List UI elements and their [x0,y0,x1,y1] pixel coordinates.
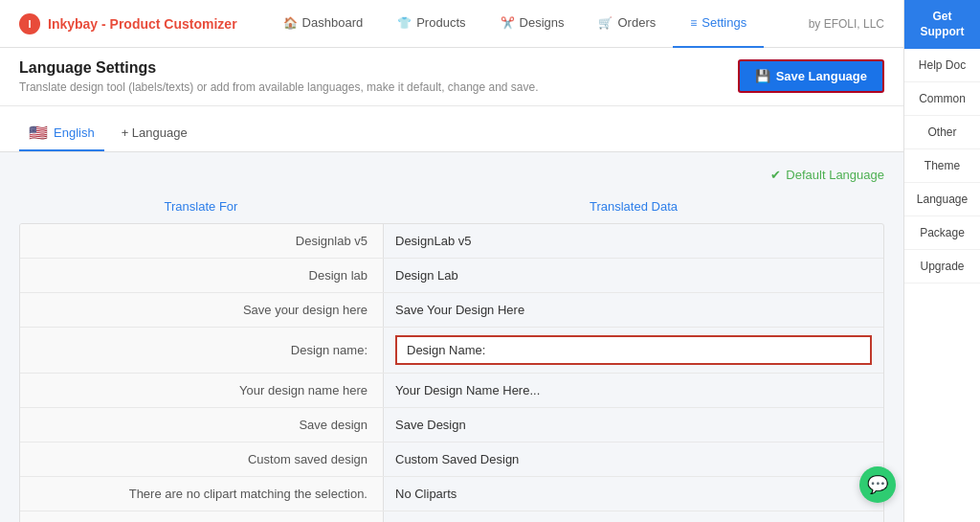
chat-widget[interactable]: 💬 [859,466,896,503]
sidebar-item-language[interactable]: Language [904,183,980,216]
row-label-8: Message printing type change [20,511,384,522]
nav-label-settings: Settings [702,15,746,30]
nav-item-designs[interactable]: ✂️ Designs [483,0,582,48]
app-logo: I Inkybay - Product Customizer [19,13,237,34]
translation-area: ✔ Default Language Translate For Transla… [0,152,903,522]
translation-table: Designlab v5 DesignLab v5 Design lab Des… [19,223,884,522]
logo-icon: I [19,13,40,34]
row-value-1: Design Lab [384,259,883,292]
orders-icon: 🛒 [598,16,612,30]
nav-item-settings[interactable]: ≡ Settings [673,0,764,48]
row-value-4: Your Design Name Here... [384,374,883,407]
content-area: Language Settings Translate design tool … [0,48,903,522]
save-icon: 💾 [755,69,770,83]
row-label-2: Save your design here [20,293,384,327]
table-row: Custom saved design Custom Saved Design [20,443,883,477]
nav-label-orders: Orders [617,15,656,30]
row-label-4: Your design name here [20,374,384,407]
design-name-input[interactable] [395,335,872,365]
default-language-label: Default Language [786,168,884,182]
sidebar-item-package[interactable]: Package [904,216,980,250]
table-row: Message printing type change By Changing… [20,511,883,522]
translated-data-header: Translated Data [383,193,884,219]
language-tabs: 🇺🇸 English + Language [0,106,903,152]
products-icon: 👕 [397,16,412,30]
sidebar-item-helpdoc[interactable]: Help Doc [904,49,980,82]
table-row: There are no clipart matching the select… [20,477,883,511]
column-headers: Translate For Translated Data [19,193,884,219]
default-language-badge: ✔ Default Language [770,168,884,182]
row-value-5: Save Design [384,408,883,442]
sidebar-item-theme[interactable]: Theme [904,149,980,183]
app-title: Inkybay - Product Customizer [48,16,237,32]
row-value-2: Save Your Design Here [384,293,883,327]
table-row: Design lab Design Lab [20,259,883,293]
main-nav: 🏠 Dashboard 👕 Products ✂️ Designs 🛒 Orde… [266,0,809,48]
row-value-6: Custom Saved Design [384,443,883,476]
add-language-button[interactable]: + Language [112,118,197,149]
brand-credit: by EFOLI, LLC [809,17,884,31]
row-label-7: There are no clipart matching the select… [20,477,384,511]
designs-icon: ✂️ [501,16,515,30]
page-title: Language Settings [19,59,539,77]
row-value-7: No Cliparts [384,477,883,511]
check-icon: ✔ [770,168,781,182]
row-label-3: Design name: [20,328,384,373]
table-row: Designlab v5 DesignLab v5 [20,224,883,259]
dashboard-icon: 🏠 [283,16,298,30]
sidebar-item-other[interactable]: Other [904,116,980,149]
nav-label-dashboard: Dashboard [302,15,364,30]
nav-label-designs: Designs [520,15,565,30]
nav-item-orders[interactable]: 🛒 Orders [581,0,673,48]
page-subtitle: Translate design tool (labels/texts) or … [19,80,539,94]
save-language-label: Save Language [776,69,867,83]
row-label-5: Save design [20,408,384,442]
row-label-0: Designlab v5 [20,224,384,258]
right-sidebar: Get Support Help Doc Common Other Theme … [903,0,980,522]
table-row: Save your design here Save Your Design H… [20,293,883,328]
settings-icon: ≡ [690,16,697,30]
save-language-button[interactable]: 💾 Save Language [738,59,884,93]
row-label-6: Custom saved design [20,443,384,476]
row-value-3 [384,328,883,373]
english-label: English [54,125,95,140]
chat-icon: 💬 [867,474,888,495]
row-value-8: By Changing Printing Method Your Clipart… [384,511,883,522]
translate-for-header: Translate For [19,193,383,219]
get-support-button[interactable]: Get Support [904,0,980,49]
add-language-label: + Language [122,125,188,140]
page-header: Language Settings Translate design tool … [0,48,903,106]
table-row-active: Design name: [20,328,883,374]
nav-label-products: Products [416,15,465,30]
row-label-1: Design lab [20,259,384,292]
nav-item-dashboard[interactable]: 🏠 Dashboard [266,0,381,48]
table-row: Save design Save Design [20,408,883,443]
table-row: Your design name here Your Design Name H… [20,374,883,408]
english-flag: 🇺🇸 [29,124,48,142]
english-tab[interactable]: 🇺🇸 English [19,116,104,151]
sidebar-item-upgrade[interactable]: Upgrade [904,250,980,284]
sidebar-item-common[interactable]: Common [904,82,980,116]
row-value-0: DesignLab v5 [384,224,883,258]
nav-item-products[interactable]: 👕 Products [380,0,482,48]
